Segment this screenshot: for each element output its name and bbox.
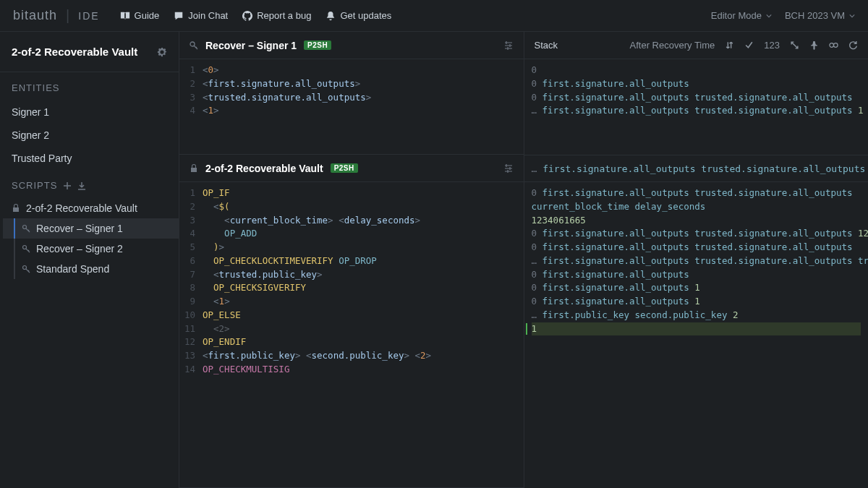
logo-ide: IDE <box>78 10 99 22</box>
stack-trace-lock: 0 first.signature.all_outputs trusted.si… <box>524 182 869 488</box>
settings-sliders-icon[interactable] <box>503 163 514 174</box>
project-title: 2-of-2 Recoverable Vault <box>12 46 137 58</box>
join-chat-label: Join Chat <box>188 10 228 21</box>
p2sh-badge: P2SH <box>304 40 331 50</box>
guide-link[interactable]: Guide <box>120 10 160 21</box>
stack-title: Stack <box>535 40 558 51</box>
script-tree-root-label: 2-of-2 Recoverable Vault <box>26 202 137 214</box>
sidebar: 2-of-2 Recoverable Vault ENTITIES Signer… <box>0 32 179 488</box>
script-tree-root[interactable]: 2-of-2 Recoverable Vault <box>3 198 179 218</box>
bell-icon <box>326 11 336 21</box>
join-chat-link[interactable]: Join Chat <box>174 10 228 21</box>
github-icon <box>242 11 252 21</box>
vm-label: BCH 2023 VM <box>785 10 845 21</box>
check-icon[interactable] <box>744 40 754 50</box>
stack-trace-boundary: … first.signature.all_outputs trusted.si… <box>524 155 869 182</box>
p2sh-badge: P2SH <box>331 163 358 173</box>
report-bug-label: Report a bug <box>257 10 311 21</box>
entities-header: ENTITIES <box>0 72 179 100</box>
get-updates-label: Get updates <box>340 10 391 21</box>
key-icon <box>22 244 30 253</box>
stack-column: Stack After Recovery Time 123 00 first.s… <box>524 32 869 488</box>
svg-point-2 <box>23 266 27 270</box>
lock-icon <box>12 204 20 213</box>
script-tree-child[interactable]: Recover – Signer 1 <box>3 218 179 239</box>
lock-script-title: 2-of-2 Recoverable Vault <box>205 163 323 174</box>
import-script-icon[interactable] <box>77 181 86 190</box>
svg-point-5 <box>834 43 838 48</box>
add-script-icon[interactable] <box>63 181 72 190</box>
report-bug-link[interactable]: Report a bug <box>242 10 311 21</box>
lock-script-editor[interactable]: 1OP_IF2 <$(3 <current_block_time> <delay… <box>179 182 524 487</box>
chevron-down-icon <box>849 13 855 19</box>
pin-icon[interactable] <box>809 40 819 50</box>
unlock-script-title: Recover – Signer 1 <box>205 40 297 51</box>
book-icon <box>120 11 130 21</box>
svg-point-4 <box>830 43 834 48</box>
script-tree-child[interactable]: Recover – Signer 2 <box>3 239 179 259</box>
svg-point-1 <box>23 246 27 249</box>
numeric-format-toggle[interactable]: 123 <box>764 40 780 51</box>
get-updates-link[interactable]: Get updates <box>326 10 391 21</box>
vm-dropdown[interactable]: BCH 2023 VM <box>785 10 855 21</box>
sidebar-item-entity[interactable]: Signer 1 <box>0 100 179 124</box>
gear-icon[interactable] <box>157 47 167 57</box>
unlock-script-editor[interactable]: 1<0>2<first.signature.all_outputs>3<trus… <box>179 59 524 154</box>
chevron-down-icon <box>766 13 772 19</box>
editor-mode-dropdown[interactable]: Editor Mode <box>711 10 772 21</box>
lock-icon <box>190 164 198 173</box>
app-logo: bitauth | IDE <box>13 7 100 24</box>
sidebar-item-entity[interactable]: Trusted Party <box>0 147 179 170</box>
scenario-label[interactable]: After Recovery Time <box>630 40 715 51</box>
svg-point-0 <box>23 226 27 229</box>
scripts-header: SCRIPTS <box>0 170 179 198</box>
settings-sliders-icon[interactable] <box>503 40 514 51</box>
refresh-icon[interactable] <box>848 40 858 50</box>
key-icon <box>190 41 198 50</box>
expand-icon[interactable] <box>790 40 799 50</box>
script-tree-child[interactable]: Standard Spend <box>3 259 179 279</box>
logo-separator: | <box>66 7 69 24</box>
sidebar-item-entity[interactable]: Signer 2 <box>0 124 179 147</box>
link-icon[interactable] <box>829 40 838 50</box>
key-icon <box>22 265 30 273</box>
editor-mode-label: Editor Mode <box>711 10 762 21</box>
chat-icon <box>174 11 184 21</box>
logo-word: bitauth <box>13 8 57 23</box>
editor-column: Recover – Signer 1 P2SH 1<0>2<first.sign… <box>179 32 524 488</box>
guide-label: Guide <box>135 10 160 21</box>
sort-icon[interactable] <box>725 40 734 50</box>
key-icon <box>22 224 30 233</box>
stack-trace-unlock: 00 first.signature.all_outputs0 first.si… <box>524 59 869 155</box>
